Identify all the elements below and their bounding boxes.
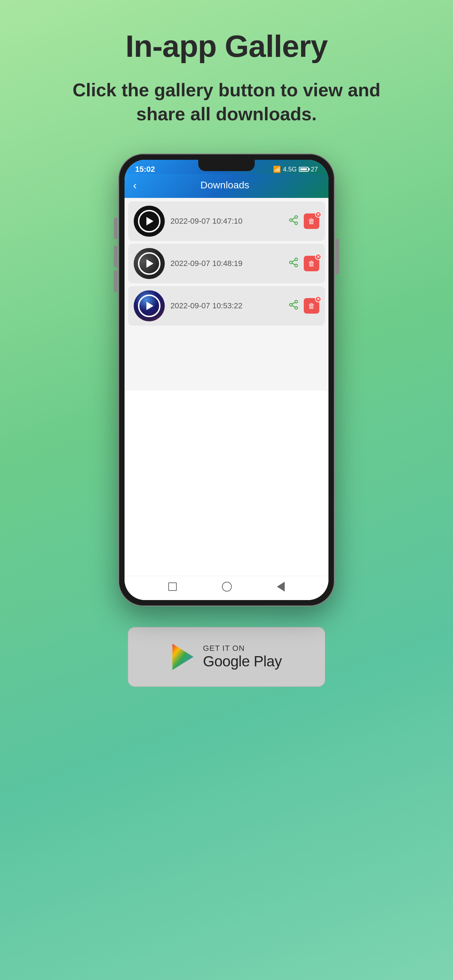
play-ring-icon	[138, 294, 161, 317]
svg-point-11	[290, 303, 292, 306]
nav-triangle-icon[interactable]	[277, 582, 285, 592]
share-icon[interactable]	[288, 299, 299, 313]
trash-icon: 🗑	[308, 302, 315, 310]
trash-icon: 🗑	[308, 259, 315, 268]
header-title: Downloads	[144, 180, 306, 191]
status-time: 15:02	[135, 165, 155, 174]
svg-point-2	[295, 222, 298, 225]
battery-level: 27	[311, 166, 318, 173]
delete-x-badge: ✕	[315, 211, 321, 218]
svg-point-7	[295, 264, 298, 267]
svg-point-12	[295, 307, 298, 309]
notch	[198, 160, 255, 171]
network-type: 4.5G	[283, 166, 297, 173]
svg-point-10	[295, 300, 298, 303]
svg-line-9	[292, 260, 295, 262]
phone-mockup: 15:02 📶 4.5G 27 ‹ Downloads	[114, 154, 339, 606]
phone-screen: 15:02 📶 4.5G 27 ‹ Downloads	[124, 160, 329, 600]
play-ring-icon	[138, 210, 161, 232]
phone-frame: 15:02 📶 4.5G 27 ‹ Downloads	[119, 154, 334, 606]
google-play-label: Google Play	[203, 653, 281, 670]
svg-line-4	[292, 218, 295, 220]
signal-icon: 📶	[273, 165, 281, 173]
delete-x-badge: ✕	[315, 254, 321, 260]
nav-square-icon[interactable]	[168, 582, 177, 591]
play-text-block: GET IT ON Google Play	[203, 644, 281, 670]
play-triangle-icon	[146, 217, 153, 226]
delete-x-badge: ✕	[315, 296, 321, 302]
timestamp-3: 2022-09-07 10:53:22	[170, 301, 283, 310]
delete-button-2[interactable]: 🗑 ✕	[304, 256, 319, 271]
list-item[interactable]: 2022-09-07 10:53:22 �	[128, 286, 325, 326]
timestamp-1: 2022-09-07 10:47:10	[170, 216, 283, 226]
delete-button-3[interactable]: 🗑 ✕	[304, 298, 319, 313]
nav-circle-icon[interactable]	[222, 582, 232, 592]
play-triangle-icon	[146, 302, 153, 310]
play-store-logo	[171, 643, 196, 671]
svg-point-0	[295, 216, 298, 218]
share-icon[interactable]	[288, 215, 299, 228]
svg-point-6	[290, 261, 292, 264]
item-actions-3: 🗑 ✕	[288, 298, 319, 313]
list-item[interactable]: 2022-09-07 10:47:10 �	[128, 201, 325, 241]
page-subtitle: Click the gallery button to view and sha…	[68, 78, 385, 126]
svg-point-5	[295, 258, 298, 261]
svg-line-14	[292, 302, 295, 304]
thumbnail-1	[134, 206, 165, 237]
downloads-list: 2022-09-07 10:47:10 �	[124, 198, 329, 391]
battery-icon	[299, 167, 309, 172]
status-bar: 15:02 📶 4.5G 27	[124, 160, 329, 174]
google-play-button[interactable]: GET IT ON Google Play	[128, 627, 325, 687]
back-button[interactable]: ‹	[133, 180, 137, 191]
play-ring-icon	[138, 252, 161, 275]
item-actions-1: 🗑 ✕	[288, 213, 319, 229]
trash-icon: 🗑	[308, 217, 315, 226]
svg-line-3	[292, 221, 295, 223]
delete-button-1[interactable]: 🗑 ✕	[304, 213, 319, 229]
app-header: ‹ Downloads	[124, 174, 329, 198]
timestamp-2: 2022-09-07 10:48:19	[170, 259, 283, 268]
status-icons: 📶 4.5G 27	[273, 165, 318, 173]
list-item[interactable]: 2022-09-07 10:48:19 �	[128, 244, 325, 283]
svg-line-13	[292, 305, 295, 307]
thumbnail-3	[134, 290, 165, 321]
bottom-nav	[124, 576, 329, 600]
item-actions-2: 🗑 ✕	[288, 256, 319, 271]
svg-line-8	[292, 263, 295, 265]
thumbnail-2	[134, 248, 165, 279]
get-it-on-label: GET IT ON	[203, 644, 281, 653]
svg-point-1	[290, 219, 292, 221]
play-triangle-icon	[146, 259, 153, 268]
page-title: In-app Gallery	[126, 28, 328, 64]
share-icon[interactable]	[288, 257, 299, 270]
empty-area	[124, 391, 329, 576]
